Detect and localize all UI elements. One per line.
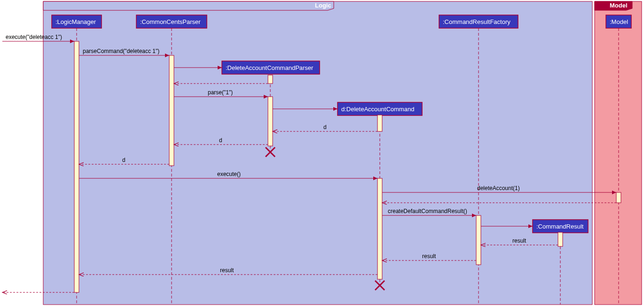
msg-execute-label: execute() xyxy=(217,171,241,177)
msg-return-d-2-label: d xyxy=(219,137,222,144)
msg-parse-1-label: parse("1") xyxy=(208,89,233,96)
commoncentsparser-activation xyxy=(169,55,174,166)
logic-frame-title-tab xyxy=(43,1,334,10)
commandresult-label: :CommandResult xyxy=(536,223,584,230)
logic-frame-label: Logic xyxy=(315,2,331,9)
deleteaccountcommand-activation-1 xyxy=(377,115,382,131)
commoncentsparser-label: :CommonCentsParser xyxy=(140,18,201,25)
model-frame-label: Model xyxy=(610,2,628,9)
msg-parsecommand-label: parseCommand("deleteacc 1") xyxy=(83,48,159,54)
model-frame xyxy=(595,1,642,305)
commandresult-activation xyxy=(558,232,563,246)
msg-return-d-1-label: d xyxy=(323,124,327,130)
msg-return-result-2-label: result xyxy=(422,253,436,260)
deleteaccountcommandparser-activation-1 xyxy=(268,75,273,84)
deleteaccountcommand-activation-2 xyxy=(377,178,382,279)
commandresultfactory-label: :CommandResultFactory xyxy=(443,18,510,25)
model-activation xyxy=(616,192,621,203)
logicmanager-activation xyxy=(74,41,79,292)
deleteaccountcommand-label: d:DeleteAccountCommand xyxy=(341,106,414,113)
msg-deleteaccount-label: deleteAccount(1) xyxy=(477,185,520,191)
msg-return-result-1-label: result xyxy=(512,237,526,244)
logicmanager-label: :LogicManager xyxy=(55,18,96,25)
deleteaccountcommandparser-label: :DeleteAccountCommandParser xyxy=(226,64,314,71)
msg-return-d-3-label: d xyxy=(122,157,126,163)
msg-createdefaultcommandresult-label: createDefaultCommandResult() xyxy=(388,208,467,214)
deleteaccountcommandparser-activation-2 xyxy=(268,97,273,146)
logic-frame xyxy=(43,1,592,305)
msg-return-result-3-label: result xyxy=(220,267,234,274)
commandresultfactory-activation xyxy=(476,215,481,265)
model-label: :Model xyxy=(610,18,628,25)
sequence-diagram: Logic Model :LogicManager :CommonCentsPa… xyxy=(0,0,644,306)
msg-execute-deleteacc-label: execute("deleteacc 1") xyxy=(6,34,62,40)
